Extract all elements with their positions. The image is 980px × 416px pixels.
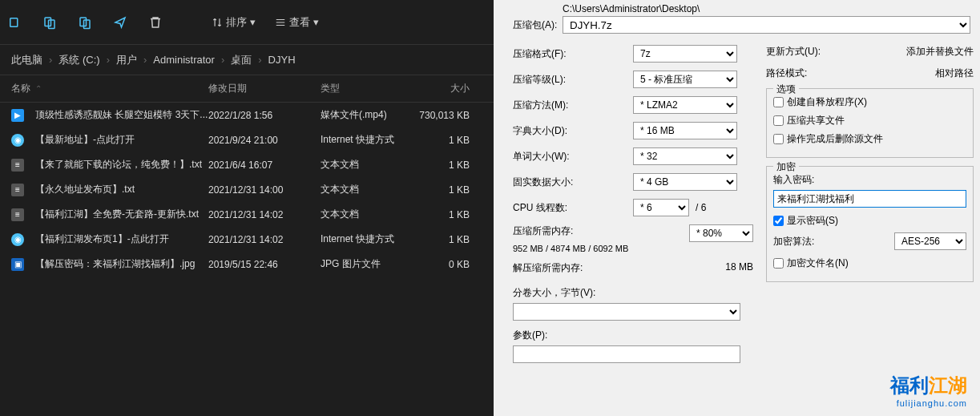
update-label: 更新方式(U): bbox=[766, 45, 821, 59]
format-select[interactable]: 7z bbox=[633, 45, 737, 63]
view-label: 查看 bbox=[289, 15, 310, 30]
paste-icon[interactable] bbox=[42, 14, 58, 30]
algo-label: 加密算法: bbox=[773, 235, 814, 248]
table-row[interactable]: ◉【福利江湖发布页1】-点此打开2021/12/31 14:02Internet… bbox=[0, 227, 494, 252]
file-size: 0 KB bbox=[417, 259, 481, 270]
sfx-checkbox[interactable] bbox=[773, 97, 784, 107]
format-label: 压缩格式(F): bbox=[513, 47, 633, 61]
chevron-down-icon: ▾ bbox=[250, 16, 256, 28]
sort-button[interactable]: 排序 ▾ bbox=[212, 15, 256, 30]
file-name: 【福利江湖发布页1】-点此打开 bbox=[35, 232, 169, 246]
mem-compress-detail: 952 MB / 4874 MB / 6092 MB bbox=[513, 244, 753, 253]
mem-decompress-label: 解压缩所需内存: bbox=[513, 261, 583, 275]
mem-compress-label: 压缩所需内存: bbox=[513, 224, 573, 242]
share-icon[interactable] bbox=[112, 14, 128, 30]
split-label: 分卷大小，字节(V): bbox=[513, 286, 753, 300]
table-row[interactable]: ▶顶级性感诱惑靓妹 长腿空姐模特 3天下...2022/1/28 1:56媒体文… bbox=[0, 103, 494, 127]
word-select[interactable]: * 32 bbox=[633, 147, 737, 165]
threads-label: CPU 线程数: bbox=[513, 201, 633, 215]
threads-select[interactable]: * 6 bbox=[633, 199, 689, 216]
file-icon: ▶ bbox=[11, 109, 24, 122]
breadcrumb[interactable]: 此电脑› 系统 (C:)› 用户› Administrator› 桌面› DJY… bbox=[0, 45, 494, 75]
table-row[interactable]: ≡【永久地址发布页】.txt2021/12/31 14:00文本文档1 KB bbox=[0, 177, 494, 202]
level-select[interactable]: 5 - 标准压缩 bbox=[633, 71, 737, 88]
col-size-header[interactable]: 大小 bbox=[417, 82, 481, 95]
copy-icon[interactable] bbox=[6, 14, 22, 30]
col-date-header[interactable]: 修改日期 bbox=[208, 82, 321, 95]
file-size: 730,013 KB bbox=[417, 110, 481, 121]
param-input[interactable] bbox=[513, 345, 740, 363]
file-name: 【解压密码：来福利江湖找福利】.jpg bbox=[35, 257, 195, 271]
file-date: 2021/12/31 14:02 bbox=[208, 209, 321, 220]
split-select[interactable] bbox=[513, 303, 740, 321]
breadcrumb-item[interactable]: Administrator bbox=[153, 54, 215, 66]
table-row[interactable]: ▣【解压密码：来福利江湖找福利】.jpg2019/5/15 22:46JPG 图… bbox=[0, 252, 494, 277]
encrypt-names-checkbox[interactable] bbox=[773, 258, 784, 269]
breadcrumb-item[interactable]: 桌面 bbox=[231, 53, 252, 67]
breadcrumb-item[interactable]: 系统 (C:) bbox=[58, 53, 99, 67]
file-name: 【最新地址】-点此打开 bbox=[35, 133, 135, 147]
file-date: 2021/12/31 14:02 bbox=[208, 234, 321, 245]
file-icon: ◉ bbox=[11, 233, 24, 246]
chevron-right-icon: › bbox=[258, 54, 261, 66]
delete-icon[interactable] bbox=[147, 14, 163, 30]
show-password-label: 显示密码(S) bbox=[787, 214, 838, 228]
svg-rect-0 bbox=[10, 18, 18, 26]
file-type: Internet 快捷方式 bbox=[321, 133, 417, 147]
pathmode-label: 路径模式: bbox=[766, 67, 807, 80]
file-size: 1 KB bbox=[417, 184, 481, 196]
file-explorer-panel: 排序 ▾ 查看 ▾ 此电脑› 系统 (C:)› 用户› Administrato… bbox=[0, 0, 494, 416]
options-group: 选项 创建自释放程序(X) 压缩共享文件 操作完成后删除源文件 bbox=[766, 88, 974, 158]
cut-icon[interactable] bbox=[77, 14, 93, 30]
chevron-right-icon: › bbox=[143, 54, 147, 66]
algo-select[interactable]: AES-256 bbox=[894, 232, 966, 250]
file-icon: ◉ bbox=[11, 134, 24, 147]
col-type-header[interactable]: 类型 bbox=[321, 82, 417, 95]
method-select[interactable]: * LZMA2 bbox=[633, 96, 737, 114]
share-label: 压缩共享文件 bbox=[787, 114, 845, 127]
file-icon: ≡ bbox=[11, 208, 24, 221]
table-row[interactable]: ◉【最新地址】-点此打开2021/9/24 21:00Internet 快捷方式… bbox=[0, 127, 494, 152]
archive-label: 压缩包(A): bbox=[513, 18, 558, 32]
encryption-group: 加密 输入密码: 显示密码(S) 加密算法:AES-256 加密文件名(N) bbox=[766, 166, 974, 282]
view-button[interactable]: 查看 ▾ bbox=[275, 15, 319, 30]
file-date: 2019/5/15 22:46 bbox=[208, 259, 321, 270]
file-date: 2022/1/28 1:56 bbox=[208, 110, 321, 121]
pathmode-value: 相对路径 bbox=[935, 67, 974, 80]
table-header: 名称⌃ 修改日期 类型 大小 bbox=[0, 75, 494, 103]
encryption-group-label: 加密 bbox=[773, 160, 799, 174]
breadcrumb-item[interactable]: DJYH bbox=[268, 54, 296, 66]
share-checkbox[interactable] bbox=[773, 115, 784, 126]
breadcrumb-item[interactable]: 此电脑 bbox=[11, 53, 42, 67]
file-size: 1 KB bbox=[417, 209, 481, 220]
delete-checkbox[interactable] bbox=[773, 134, 784, 144]
archive-name-select[interactable]: DJYH.7z bbox=[563, 16, 970, 34]
password-label: 输入密码: bbox=[773, 173, 966, 187]
file-icon: ▣ bbox=[11, 258, 24, 271]
solid-select[interactable]: * 4 GB bbox=[633, 173, 737, 191]
show-password-checkbox[interactable] bbox=[773, 216, 784, 226]
encrypt-names-label: 加密文件名(N) bbox=[787, 256, 849, 270]
col-name-header[interactable]: 名称⌃ bbox=[0, 82, 208, 95]
method-label: 压缩方法(M): bbox=[513, 99, 633, 112]
threads-total: / 6 bbox=[696, 202, 706, 213]
breadcrumb-item[interactable]: 用户 bbox=[116, 53, 137, 67]
chevron-right-icon: › bbox=[221, 54, 224, 66]
file-icon: ≡ bbox=[11, 159, 24, 172]
compress-dialog: C:\Users\Administrator\Desktop\ 压缩包(A): … bbox=[494, 0, 980, 416]
table-row[interactable]: ≡【来了就能下载的论坛，纯免费！】.txt2021/6/4 16:07文本文档1… bbox=[0, 152, 494, 177]
update-value: 添加并替换文件 bbox=[906, 45, 974, 59]
table-row[interactable]: ≡【福利江湖】全免费-无套路-更新快.txt2021/12/31 14:02文本… bbox=[0, 202, 494, 227]
mem-compress-select[interactable]: * 80% bbox=[689, 224, 753, 242]
toolbar: 排序 ▾ 查看 ▾ bbox=[0, 0, 494, 45]
password-input[interactable] bbox=[773, 190, 966, 208]
param-label: 参数(P): bbox=[513, 329, 753, 342]
file-size: 1 KB bbox=[417, 160, 481, 171]
file-icon: ≡ bbox=[11, 184, 24, 196]
file-type: 文本文档 bbox=[321, 183, 417, 196]
file-type: 文本文档 bbox=[321, 208, 417, 221]
file-list: ▶顶级性感诱惑靓妹 长腿空姐模特 3天下...2022/1/28 1:56媒体文… bbox=[0, 103, 494, 277]
dict-select[interactable]: * 16 MB bbox=[633, 122, 737, 139]
chevron-down-icon: ▾ bbox=[313, 16, 319, 28]
watermark: 福利江湖 fulijianghu.com bbox=[890, 373, 967, 408]
